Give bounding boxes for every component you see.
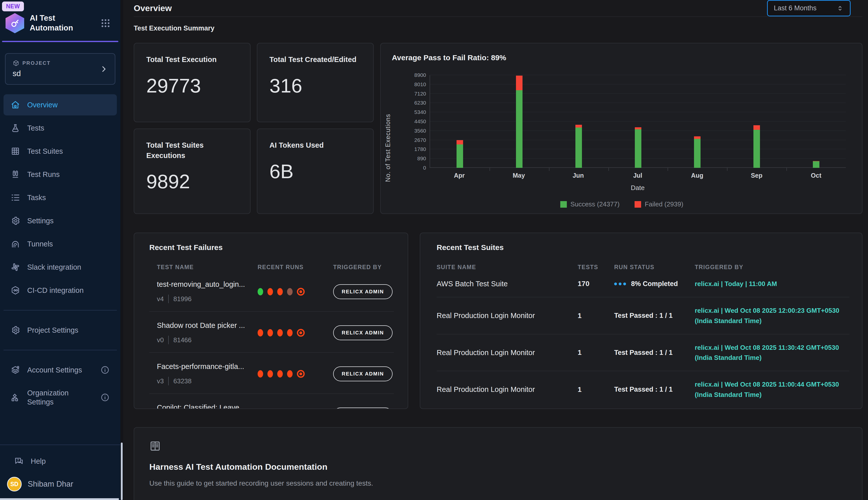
sidebar-item-slack-integration[interactable]: Slack integration: [3, 257, 117, 278]
table-row[interactable]: Real Production Login Monitor 1 Test Pas…: [437, 297, 849, 334]
y-tick-label: 4450: [414, 118, 426, 125]
chevron-right-icon: [100, 65, 108, 73]
table-row[interactable]: Facets-performance-gitla... v363238 RELI…: [149, 353, 394, 394]
apps-grid-icon[interactable]: [100, 18, 111, 29]
run-status-dot[interactable]: [287, 329, 293, 337]
stat-label: AI Tokens Used: [269, 140, 361, 150]
triggered-by-button[interactable]: RELICX ADMIN: [333, 408, 392, 409]
triggered-by-link[interactable]: relicx.ai | Wed Oct 08 2025 11:00:44 GMT…: [695, 379, 849, 400]
info-icon[interactable]: [100, 365, 110, 375]
sidebar-item-settings[interactable]: Settings: [3, 210, 117, 231]
run-status-dot[interactable]: [267, 288, 273, 295]
docs-link[interactable]: Go to the docs: [149, 499, 210, 500]
test-name[interactable]: Shadow root Date picker ...: [157, 321, 258, 330]
stat-card-total-test-suites-executions: Total Test Suites Executions 9892: [134, 128, 250, 214]
triggered-by-button[interactable]: RELICX ADMIN: [333, 325, 392, 340]
chevron-up-down-icon: [836, 4, 844, 12]
flask-icon: [11, 123, 20, 133]
bar-jun[interactable]: [575, 125, 582, 168]
run-status: Test Passed : 1 / 1: [614, 386, 695, 394]
run-status-dot[interactable]: [277, 329, 283, 337]
y-tick-label: 8900: [414, 72, 426, 78]
table-row[interactable]: AWS Batch Test Suite 170 8% Completed re…: [437, 271, 849, 297]
slack-icon: [11, 262, 20, 272]
test-meta: v363238: [157, 377, 258, 385]
recent-runs: [258, 370, 333, 378]
column-header: SUITE NAME: [437, 264, 578, 271]
run-current-dot[interactable]: [297, 370, 305, 378]
test-name[interactable]: Facets-performance-gitla...: [157, 362, 258, 371]
bar-may[interactable]: [516, 76, 523, 168]
run-status-dot[interactable]: [258, 288, 263, 295]
sidebar-item-organization-settings[interactable]: Organization Settings: [3, 383, 117, 412]
section-title: Test Execution Summary: [134, 24, 863, 32]
chart-y-axis-label: No. of Test Executions: [384, 81, 391, 182]
column-header: RUN STATUS: [614, 264, 695, 271]
suite-name[interactable]: Real Production Login Monitor: [437, 311, 578, 320]
bar-jul[interactable]: [635, 127, 641, 168]
brand: AI Test Automation: [5, 13, 115, 33]
run-current-dot[interactable]: [297, 288, 305, 296]
sidebar-item-project-settings[interactable]: Project Settings: [3, 320, 117, 341]
suite-name[interactable]: Real Production Login Monitor: [437, 385, 578, 394]
date-range-select[interactable]: Last 6 Months: [767, 0, 851, 16]
sidebar-item-test-suites[interactable]: Test Suites: [3, 141, 117, 162]
test-name[interactable]: Copilot: Classified: Leave...: [157, 404, 258, 409]
horizontal-scrollbar[interactable]: [0, 498, 119, 500]
chart-legend: Success (24377) Failed (2939): [392, 200, 852, 208]
table-row[interactable]: Real Production Login Monitor 1 Test Pas…: [437, 371, 849, 408]
sidebar-item-tasks[interactable]: Tasks: [3, 187, 117, 208]
suites-title: Recent Test Suites: [437, 243, 849, 252]
x-tick-label: Aug: [691, 172, 703, 179]
triggered-by-link[interactable]: relicx.ai | Today | 11:00 AM: [695, 279, 849, 289]
triggered-by-link[interactable]: relicx.ai | Wed Oct 08 2025 12:00:23 GMT…: [695, 305, 849, 326]
suite-name[interactable]: AWS Batch Test Suite: [437, 280, 578, 288]
sidebar-item-tunnels[interactable]: Tunnels: [3, 234, 117, 254]
sidebar-item-help[interactable]: ? Help: [7, 451, 113, 472]
column-header: TEST NAME: [157, 264, 258, 271]
suite-name[interactable]: Real Production Login Monitor: [437, 349, 578, 357]
triggered-by-button[interactable]: RELICX ADMIN: [333, 284, 392, 299]
project-selector[interactable]: PROJECT sd: [5, 53, 115, 85]
run-status-dot[interactable]: [267, 370, 273, 377]
run-status-dot[interactable]: [277, 288, 283, 295]
bar-oct[interactable]: [813, 161, 819, 168]
test-name[interactable]: test-removing_auto_login...: [157, 280, 258, 288]
sidebar-item-tests[interactable]: Tests: [3, 117, 117, 139]
y-tick-label: 5340: [414, 109, 426, 115]
run-status-dot[interactable]: [287, 288, 293, 295]
bar-failed-segment: [516, 76, 523, 90]
vertical-scrollbar[interactable]: [121, 443, 122, 500]
bar-apr[interactable]: [457, 140, 463, 168]
bar-aug[interactable]: [694, 136, 701, 168]
sidebar-item-test-runs[interactable]: Test Runs: [3, 164, 117, 185]
run-status-dot[interactable]: [267, 329, 273, 337]
bar-sep[interactable]: [753, 125, 760, 168]
run-status-dot[interactable]: [287, 370, 293, 377]
table-row[interactable]: Real Production Login Monitor 1 Test Pas…: [437, 334, 849, 372]
sidebar-item-label: Tunnels: [27, 239, 53, 249]
sidebar-item-ci-cd-integration[interactable]: CI-CD integration: [3, 280, 117, 301]
user-menu[interactable]: SD Shibam Dhar: [3, 472, 117, 491]
test-version: v0: [157, 336, 164, 344]
legend-item: Failed (2939): [635, 200, 683, 208]
run-status-dot[interactable]: [258, 370, 263, 377]
account-layers-icon: [11, 365, 20, 375]
run-current-dot[interactable]: [297, 329, 305, 337]
legend-item: Success (24377): [560, 200, 620, 208]
triggered-by-button[interactable]: RELICX ADMIN: [333, 366, 392, 381]
run-status-dot[interactable]: [258, 329, 263, 337]
bar-success-segment: [635, 129, 641, 168]
table-row[interactable]: test-removing_auto_login... v481996 RELI…: [149, 271, 394, 312]
info-icon[interactable]: [100, 393, 110, 402]
sidebar-divider: [3, 350, 117, 350]
sidebar-item-account-settings[interactable]: Account Settings: [3, 359, 117, 380]
suite-tests-count: 170: [578, 280, 614, 288]
run-status-dot[interactable]: [277, 370, 283, 377]
triggered-by-link[interactable]: relicx.ai | Wed Oct 08 2025 11:30:42 GMT…: [695, 342, 849, 363]
table-row[interactable]: Shadow root Date picker ... v081466 RELI…: [149, 312, 394, 353]
sidebar-item-overview[interactable]: Overview: [3, 94, 117, 115]
table-row[interactable]: Copilot: Classified: Leave... v663129 RE…: [149, 394, 394, 409]
home-icon: [11, 100, 20, 110]
table-grid-icon: [11, 146, 20, 156]
